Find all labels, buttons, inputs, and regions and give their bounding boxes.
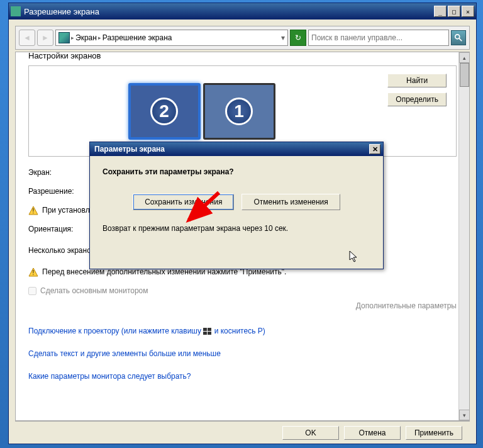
svg-rect-5 <box>208 328 211 331</box>
windows-key-icon <box>203 328 212 335</box>
minimize-button[interactable]: _ <box>434 6 447 17</box>
breadcrumb[interactable]: ▸ Экран ▸ Разрешение экрана ▾ <box>55 30 288 46</box>
bottom-button-bar: OK Отмена Применить <box>15 421 470 444</box>
apply-button[interactable]: Применить <box>406 426 462 440</box>
warning-icon: ! <box>28 206 38 216</box>
scroll-down-button[interactable]: ▾ <box>459 410 470 420</box>
monitor-1[interactable]: 1 <box>203 83 275 140</box>
svg-point-0 <box>455 35 460 39</box>
advanced-params-link[interactable]: Дополнительные параметры <box>28 301 457 310</box>
make-main-label: Сделать основным монитором <box>40 286 148 295</box>
breadcrumb-dropdown-icon[interactable]: ▾ <box>281 33 285 42</box>
text-size-link[interactable]: Сделать текст и другие элементы больше и… <box>28 349 221 358</box>
window-title: Разрешение экрана <box>24 7 434 16</box>
window-controls: _ □ ✕ <box>434 6 474 17</box>
svg-line-1 <box>459 38 462 41</box>
svg-rect-7 <box>208 332 211 335</box>
dialog-title: Параметры экрана <box>92 145 369 154</box>
monitor-number: 2 <box>150 98 178 125</box>
make-main-row: Сделать основным монитором <box>28 286 457 295</box>
find-button[interactable]: Найти <box>387 74 447 87</box>
monitor-2[interactable]: 2 <box>128 83 201 140</box>
close-button[interactable]: ✕ <box>462 6 474 17</box>
which-monitor-link[interactable]: Какие параметры монитора следует выбрать… <box>28 372 191 381</box>
search-input[interactable] <box>311 33 446 42</box>
control-panel-icon <box>58 32 70 43</box>
breadcrumb-item[interactable]: Разрешение экрана <box>103 33 172 42</box>
vertical-scrollbar[interactable]: ▴ ▾ <box>458 52 469 420</box>
confirm-dialog: Параметры экрана ✕ Сохранить эти парамет… <box>89 142 384 269</box>
search-box[interactable] <box>308 30 449 46</box>
make-main-checkbox[interactable] <box>28 287 36 295</box>
chevron-right-icon: ▸ <box>71 35 74 41</box>
refresh-button[interactable]: ↻ <box>290 30 306 46</box>
dialog-question: Сохранить эти параметры экрана? <box>103 167 370 176</box>
revert-changes-button[interactable]: Отменить изменения <box>242 194 340 210</box>
svg-text:!: ! <box>33 269 35 276</box>
maximize-button[interactable]: □ <box>448 6 460 17</box>
ok-button[interactable]: OK <box>282 426 339 440</box>
identify-button[interactable]: Определить <box>387 92 447 106</box>
scroll-thumb[interactable] <box>460 63 469 87</box>
save-changes-button[interactable]: Сохранить изменения <box>133 194 234 210</box>
section-title: Настройки экранов <box>28 52 457 60</box>
breadcrumb-item[interactable]: Экран <box>75 33 97 42</box>
projector-link[interactable]: Подключение к проектору (или нажмите кла… <box>28 327 265 335</box>
monitor-number: 1 <box>225 98 253 125</box>
cancel-button[interactable]: Отмена <box>344 426 401 440</box>
nav-back-button[interactable]: ◄ <box>19 30 35 46</box>
app-icon <box>11 6 21 16</box>
warning-icon: ! <box>28 267 38 277</box>
scroll-up-button[interactable]: ▴ <box>459 52 470 63</box>
svg-rect-6 <box>203 332 207 335</box>
svg-rect-4 <box>203 328 207 331</box>
nav-toolbar: ◄ ► ▸ Экран ▸ Разрешение экрана ▾ ↻ <box>15 26 470 50</box>
dialog-close-button[interactable]: ✕ <box>369 144 380 154</box>
dialog-titlebar: Параметры экрана ✕ <box>90 142 383 156</box>
nav-forward-button[interactable]: ► <box>37 30 53 46</box>
dialog-countdown: Возврат к прежним параметрам экрана чере… <box>103 224 370 233</box>
search-button[interactable] <box>451 30 466 45</box>
dialog-body: Сохранить эти параметры экрана? Сохранит… <box>90 156 383 269</box>
chevron-right-icon: ▸ <box>98 35 101 41</box>
svg-text:!: ! <box>33 208 35 215</box>
window-titlebar: Разрешение экрана _ □ ✕ <box>9 3 476 20</box>
